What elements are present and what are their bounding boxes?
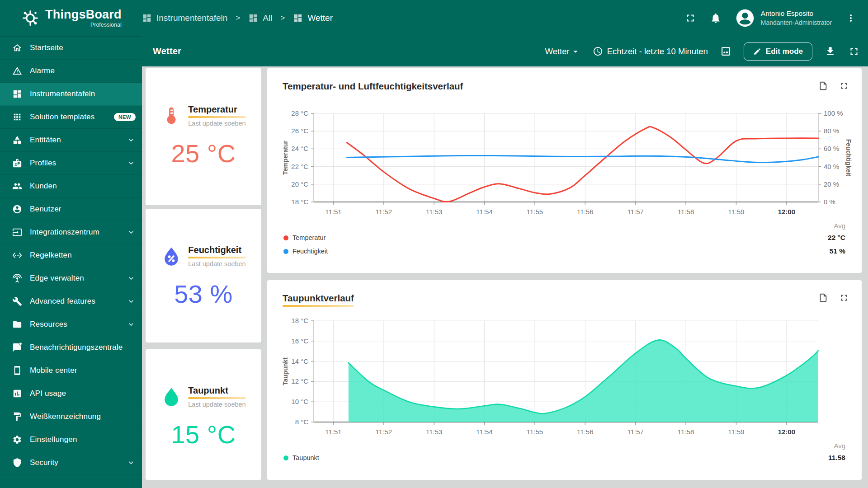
svg-text:11:54: 11:54 <box>476 428 492 436</box>
sidebar-item-einstellungen[interactable]: Einstellungen <box>0 428 142 451</box>
edit-mode-button[interactable]: Edit mode <box>744 42 812 61</box>
card-title[interactable]: Feuchtigkeit <box>188 245 245 258</box>
sidebar-item-solution-templates[interactable]: Solution templatesNEW <box>0 106 142 129</box>
edit-mode-label: Edit mode <box>766 47 803 56</box>
chevron-down-icon <box>127 458 136 467</box>
sidebar-item-instrumententafeln[interactable]: Instrumententafeln <box>0 83 142 106</box>
svg-text:11:55: 11:55 <box>527 428 543 436</box>
sidebar-item-weisskennzeichnung[interactable]: Weißkennzeichnung <box>0 405 142 428</box>
svg-text:8 °C: 8 °C <box>295 418 309 426</box>
background-image-button[interactable] <box>720 46 731 57</box>
sidebar-item-kunden[interactable]: Kunden <box>0 175 142 198</box>
pencil-icon <box>753 47 761 56</box>
breadcrumb-separator: > <box>234 14 242 23</box>
apps-icon <box>12 112 22 122</box>
clock-icon <box>593 46 603 56</box>
card-subtitle: Last update soeben <box>188 120 245 127</box>
chevron-down-icon <box>127 228 136 237</box>
card-value: 15 °C <box>171 420 236 449</box>
line-chart-svg: 11:5111:5211:5311:5411:5511:5611:5711:58… <box>267 107 862 217</box>
sidebar-item-advanced-features[interactable]: Advanced features <box>0 290 142 313</box>
svg-text:11:59: 11:59 <box>728 208 744 216</box>
sidebar-item-api-usage[interactable]: API usage <box>0 382 142 405</box>
sidebar-item-benachrichtigungszentrale[interactable]: Benachrichtigungszentrale <box>0 336 142 359</box>
dashboard-state-selector[interactable]: Wetter <box>545 47 580 56</box>
dashboard-icon <box>293 13 303 23</box>
card-title[interactable]: Taupunkt <box>188 385 245 399</box>
dashboard-icon <box>142 13 152 23</box>
avg-value: 51 % <box>830 247 845 255</box>
export-file-button[interactable] <box>818 81 828 91</box>
sidebar-item-label: Weißkennzeichnung <box>30 412 101 421</box>
user-menu[interactable]: Antonio Esposito Mandanten-Administrator <box>735 8 832 28</box>
chart-icon <box>12 389 22 399</box>
notifications-button[interactable] <box>710 12 722 24</box>
dashboard-fullscreen-button[interactable] <box>848 46 860 57</box>
legend-item-taupunkt[interactable]: Taupunkt <box>283 454 323 461</box>
breadcrumb-label: All <box>263 13 272 23</box>
avg-value: 11.58 <box>828 454 845 462</box>
legend-dot <box>283 249 288 254</box>
card-title[interactable]: Temperatur <box>188 104 245 118</box>
legend-item-feuchtigkeit[interactable]: Feuchtigkeit <box>283 248 328 255</box>
widget-fullscreen-button[interactable] <box>839 81 849 91</box>
breadcrumb-item[interactable]: All <box>248 13 272 23</box>
card-value: 53 % <box>174 279 233 309</box>
sidebar-item-alarme[interactable]: Alarme <box>0 60 142 83</box>
legend-label: Taupunkt <box>292 454 319 461</box>
legend-label: Temperatur <box>292 234 326 241</box>
svg-text:11:53: 11:53 <box>426 208 442 216</box>
thingsboard-logo-icon <box>21 9 40 28</box>
humidity-drop-icon <box>161 246 182 267</box>
chart-legend: AvgTaupunkt11.58 <box>283 440 845 465</box>
export-file-button[interactable] <box>818 293 828 303</box>
sidebar-item-label: Profiles <box>30 159 56 168</box>
download-button[interactable] <box>825 46 836 57</box>
chart-legend: AvgTemperatur22 °CFeuchtigkeit51 % <box>283 220 845 258</box>
sidebar-item-security[interactable]: Security <box>0 451 142 474</box>
sidebar-item-resources[interactable]: Resources <box>0 313 142 336</box>
svg-text:60 %: 60 % <box>824 145 839 152</box>
chart-card-1: Temperatur- und Luftfeuchtigkeitsverlauf… <box>267 68 862 273</box>
sidebar-item-label: Advanced features <box>30 297 95 306</box>
breadcrumb-item[interactable]: Wetter <box>293 13 333 23</box>
breadcrumb: Instrumententafeln>All>Wetter <box>142 13 333 23</box>
category-icon <box>12 135 22 145</box>
breadcrumb-item[interactable]: Instrumententafeln <box>142 13 227 23</box>
folder-icon <box>12 319 22 329</box>
notification-icon <box>12 343 22 352</box>
sidebar-item-entitaeten[interactable]: Entitäten <box>0 129 142 152</box>
widget-fullscreen-button[interactable] <box>839 293 849 303</box>
dashboard-content: TemperaturLast update soeben25 °CFeuchti… <box>142 66 868 488</box>
sidebar: StartseiteAlarmeInstrumententafelnSoluti… <box>0 36 142 488</box>
sidebar-item-integrationszentrum[interactable]: Integrationszentrum <box>0 221 142 244</box>
sidebar-item-benutzer[interactable]: Benutzer <box>0 198 142 221</box>
sidebar-item-startseite[interactable]: Startseite <box>0 37 142 60</box>
svg-text:11:51: 11:51 <box>325 428 341 436</box>
sidebar-item-label: API usage <box>30 389 66 398</box>
sidebar-item-regelketten[interactable]: Regelketten <box>0 244 142 267</box>
svg-text:11:51: 11:51 <box>325 208 341 216</box>
svg-text:0 %: 0 % <box>824 198 835 206</box>
time-window-button[interactable]: Echtzeit - letzte 10 Minuten <box>593 46 708 56</box>
user-name: Antonio Esposito <box>761 9 832 19</box>
app-logo[interactable]: ThingsBoard Professional <box>0 9 121 28</box>
svg-text:11:57: 11:57 <box>627 208 643 216</box>
chart-title[interactable]: Taupunktverlauf <box>283 293 354 307</box>
more-menu-button[interactable] <box>845 13 856 23</box>
svg-text:Temperatur: Temperatur <box>282 140 289 175</box>
sidebar-item-mobile-center[interactable]: Mobile center <box>0 359 142 382</box>
fullscreen-button[interactable] <box>684 12 696 24</box>
svg-text:11:56: 11:56 <box>577 208 593 216</box>
warning-icon <box>12 66 22 76</box>
sidebar-item-profiles[interactable]: Profiles <box>0 152 142 175</box>
person-icon <box>12 204 22 214</box>
sidebar-item-label: Mobile center <box>30 366 77 375</box>
app-name: ThingsBoard <box>45 9 122 21</box>
chevron-down-icon <box>127 297 136 306</box>
svg-text:20 °C: 20 °C <box>291 180 308 188</box>
time-window-label: Echtzeit - letzte 10 Minuten <box>607 47 708 56</box>
sidebar-item-label: Security <box>30 458 58 467</box>
legend-item-temperatur[interactable]: Temperatur <box>283 234 326 241</box>
sidebar-item-edge-verwalten[interactable]: Edge verwalten <box>0 267 142 290</box>
